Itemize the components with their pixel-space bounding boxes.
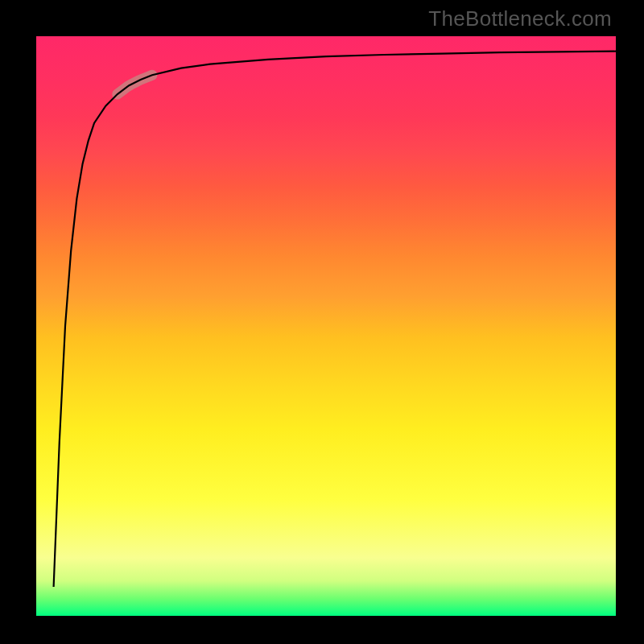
bottleneck-curve	[54, 52, 616, 587]
plot-area	[36, 36, 616, 616]
curve-highlight	[118, 75, 152, 94]
curve-svg	[36, 36, 616, 616]
watermark-text: TheBottleneck.com	[428, 6, 612, 31]
chart-container: TheBottleneck.com	[0, 0, 644, 644]
